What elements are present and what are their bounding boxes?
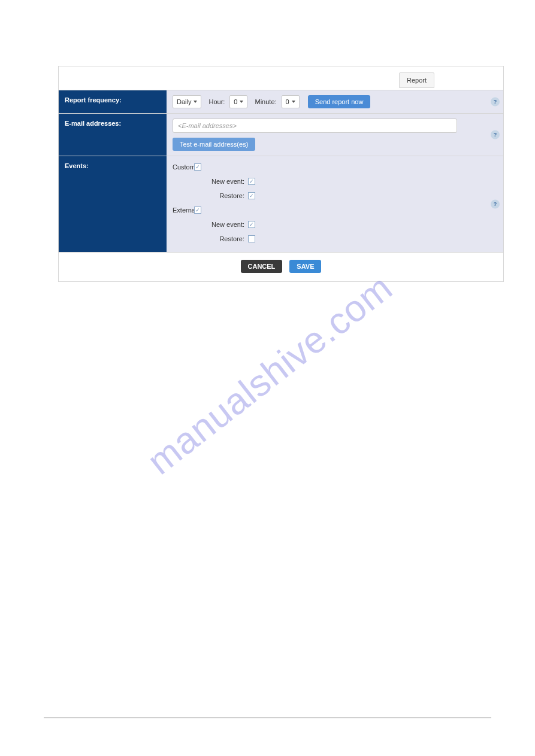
external-checkbox[interactable] [194,207,201,214]
custom-new-event-checkbox[interactable] [248,178,255,185]
events-external-label: External: [173,207,194,214]
tab-report-label: Report [407,77,427,84]
external-new-event-label: New event: [201,221,248,228]
label-email-addresses: E-mail addresses: [59,114,167,156]
save-button[interactable]: SAVE [289,260,321,273]
events-custom-label: Custom: [173,163,194,171]
chevron-down-icon [194,101,197,103]
report-panel: Report Report frequency: Daily Hour: 0 M… [58,66,504,282]
tab-bar: Report [59,66,503,90]
send-report-now-label: Send report now [315,98,364,105]
label-report-frequency: Report frequency: [59,90,167,113]
external-restore-label: Restore: [201,235,248,242]
footer-divider [44,717,491,718]
minute-value: 0 [286,98,289,105]
value-events: Custom: New event: Restore: External: [167,156,503,252]
save-label: SAVE [297,263,314,270]
row-events: Events: Custom: New event: Restore: [59,156,503,253]
cancel-label: CANCEL [248,263,276,270]
hour-value: 0 [234,98,237,105]
send-report-now-button[interactable]: Send report now [308,95,371,108]
minute-label: Minute: [255,98,276,105]
help-icon[interactable]: ? [491,98,500,107]
frequency-controls: Daily Hour: 0 Minute: 0 Send report now [173,95,497,108]
footer-actions: CANCEL SAVE [59,253,503,281]
custom-new-event-label: New event: [201,178,248,185]
cancel-button[interactable]: CANCEL [241,260,283,273]
tab-report[interactable]: Report [399,72,434,88]
value-report-frequency: Daily Hour: 0 Minute: 0 Send report now … [167,90,503,113]
row-email-addresses: E-mail addresses: Test e-mail address(es… [59,114,503,156]
help-icon[interactable]: ? [491,200,500,209]
external-new-event-checkbox[interactable] [248,221,255,228]
label-events: Events: [59,156,167,252]
test-email-button[interactable]: Test e-mail address(es) [173,138,255,151]
frequency-daily-select[interactable]: Daily [173,95,201,108]
events-grid: Custom: New event: Restore: External: [173,161,497,247]
minute-select[interactable]: 0 [282,95,300,108]
hour-select[interactable]: 0 [229,95,247,108]
chevron-down-icon [240,101,243,103]
custom-checkbox[interactable] [194,163,201,171]
custom-restore-checkbox[interactable] [248,192,255,199]
email-input[interactable] [173,119,457,133]
row-report-frequency: Report frequency: Daily Hour: 0 Minute: … [59,90,503,114]
help-icon[interactable]: ? [491,130,500,139]
test-email-label: Test e-mail address(es) [180,141,248,148]
frequency-daily-value: Daily [177,98,191,105]
value-email-addresses: Test e-mail address(es) ? [167,114,503,156]
chevron-down-icon [292,101,295,103]
hour-label: Hour: [208,98,225,105]
external-restore-checkbox[interactable] [248,235,255,242]
custom-restore-label: Restore: [201,192,248,199]
